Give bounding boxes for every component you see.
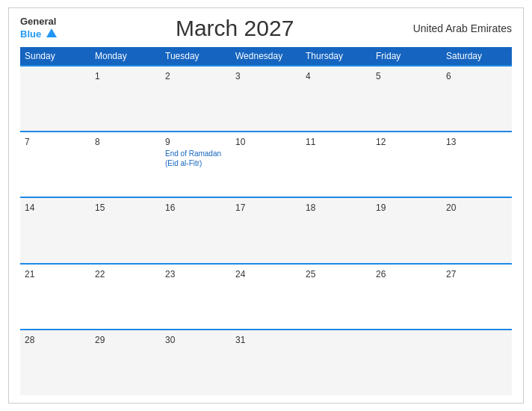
country-name: United Arab Emirates (413, 22, 512, 34)
calendar-cell-w0-d6: 6 (442, 66, 512, 132)
logo-triangle-icon (46, 28, 57, 37)
calendar-cell-w1-d3: 10 (231, 132, 301, 197)
calendar-table: Sunday Monday Tuesday Wednesday Thursday… (20, 47, 512, 395)
calendar-cell-w4-d4 (301, 330, 371, 395)
header-tuesday: Tuesday (161, 47, 231, 66)
week-row-0: 123456 (20, 66, 512, 132)
calendar-cell-w3-d4: 25 (301, 264, 371, 330)
day-number-w1-d2: 9 (165, 137, 226, 147)
logo-general-text: General (20, 16, 57, 27)
day-number-w3-d6: 27 (446, 269, 507, 279)
calendar-cell-w1-d0: 7 (20, 132, 90, 197)
logo: General Blue (20, 16, 57, 40)
calendar-cell-w2-d6: 20 (442, 197, 512, 263)
day-number-w4-d3: 31 (235, 335, 297, 345)
day-number-w3-d1: 22 (95, 269, 156, 279)
day-number-w3-d4: 25 (306, 269, 367, 279)
day-number-w0-d4: 4 (306, 71, 367, 81)
calendar-cell-w3-d2: 23 (161, 264, 231, 330)
day-number-w0-d2: 2 (165, 71, 226, 81)
calendar-wrapper: General Blue March 2027 United Arab Emir… (8, 7, 524, 404)
calendar-cell-w1-d6: 13 (442, 132, 512, 197)
logo-blue-text: Blue (20, 28, 41, 40)
calendar-cell-w4-d3: 31 (231, 330, 301, 395)
day-number-w2-d5: 19 (376, 203, 437, 213)
week-row-4: 28293031 (20, 330, 512, 395)
header-sunday: Sunday (20, 47, 90, 66)
day-number-w2-d1: 15 (95, 203, 156, 213)
calendar-cell-w2-d0: 14 (20, 197, 90, 263)
week-row-3: 21222324252627 (20, 264, 512, 330)
calendar-cell-w2-d4: 18 (301, 197, 371, 263)
calendar-title: March 2027 (176, 16, 294, 41)
day-number-w4-d1: 29 (95, 335, 156, 345)
header-monday: Monday (90, 47, 161, 66)
day-number-w0-d5: 5 (376, 71, 437, 81)
day-number-w2-d4: 18 (306, 203, 367, 213)
day-number-w2-d2: 16 (165, 203, 226, 213)
calendar-cell-w4-d2: 30 (161, 330, 231, 395)
calendar-cell-w1-d4: 11 (301, 132, 371, 197)
calendar-cell-w3-d0: 21 (20, 264, 90, 330)
weekday-header-row: Sunday Monday Tuesday Wednesday Thursday… (20, 47, 512, 66)
calendar-cell-w0-d3: 3 (231, 66, 301, 132)
header-friday: Friday (371, 47, 442, 66)
calendar-cell-w0-d4: 4 (301, 66, 371, 132)
day-number-w4-d2: 30 (165, 335, 226, 345)
day-number-w1-d3: 10 (235, 137, 297, 147)
calendar-cell-w2-d1: 15 (90, 197, 161, 263)
header-saturday: Saturday (442, 47, 512, 66)
calendar-cell-w4-d6 (442, 330, 512, 395)
day-number-w1-d4: 11 (306, 137, 367, 147)
calendar-cell-w1-d1: 8 (90, 132, 161, 197)
calendar-cell-w0-d5: 5 (371, 66, 442, 132)
calendar-cell-w3-d3: 24 (231, 264, 301, 330)
calendar-cell-w3-d6: 27 (442, 264, 512, 330)
calendar-cell-w4-d0: 28 (20, 330, 90, 395)
day-number-w1-d1: 8 (95, 137, 156, 147)
header-wednesday: Wednesday (231, 47, 301, 66)
day-number-w0-d6: 6 (446, 71, 507, 81)
calendar-thead: Sunday Monday Tuesday Wednesday Thursday… (20, 47, 512, 66)
week-row-2: 14151617181920 (20, 197, 512, 263)
calendar-cell-w0-d2: 2 (161, 66, 231, 132)
calendar-cell-w1-d2: 9End of Ramadan (Eid al-Fitr) (161, 132, 231, 197)
week-row-1: 789End of Ramadan (Eid al-Fitr)10111213 (20, 132, 512, 197)
calendar-cell-w4-d1: 29 (90, 330, 161, 395)
day-number-w3-d2: 23 (165, 269, 226, 279)
calendar-cell-w4-d5 (371, 330, 442, 395)
day-number-w3-d0: 21 (25, 269, 86, 279)
holiday-text-w1-d2: End of Ramadan (Eid al-Fitr) (165, 149, 226, 168)
calendar-cell-w2-d2: 16 (161, 197, 231, 263)
calendar-body: 123456789End of Ramadan (Eid al-Fitr)101… (20, 66, 512, 395)
day-number-w4-d0: 28 (25, 335, 86, 345)
logo-blue-row: Blue (20, 27, 57, 40)
day-number-w1-d5: 12 (376, 137, 437, 147)
calendar-cell-w2-d3: 17 (231, 197, 301, 263)
calendar-cell-w3-d1: 22 (90, 264, 161, 330)
day-number-w2-d6: 20 (446, 203, 507, 213)
calendar-header: General Blue March 2027 United Arab Emir… (20, 16, 512, 41)
day-number-w2-d3: 17 (235, 203, 297, 213)
calendar-cell-w3-d5: 26 (371, 264, 442, 330)
header-thursday: Thursday (301, 47, 371, 66)
day-number-w0-d3: 3 (235, 71, 297, 81)
day-number-w0-d1: 1 (95, 71, 156, 81)
day-number-w1-d0: 7 (25, 137, 86, 147)
day-number-w3-d5: 26 (376, 269, 437, 279)
calendar-cell-w0-d0 (20, 66, 90, 132)
day-number-w3-d3: 24 (235, 269, 297, 279)
day-number-w1-d6: 13 (446, 137, 507, 147)
calendar-cell-w0-d1: 1 (90, 66, 161, 132)
calendar-cell-w2-d5: 19 (371, 197, 442, 263)
day-number-w2-d0: 14 (25, 203, 86, 213)
calendar-cell-w1-d5: 12 (371, 132, 442, 197)
